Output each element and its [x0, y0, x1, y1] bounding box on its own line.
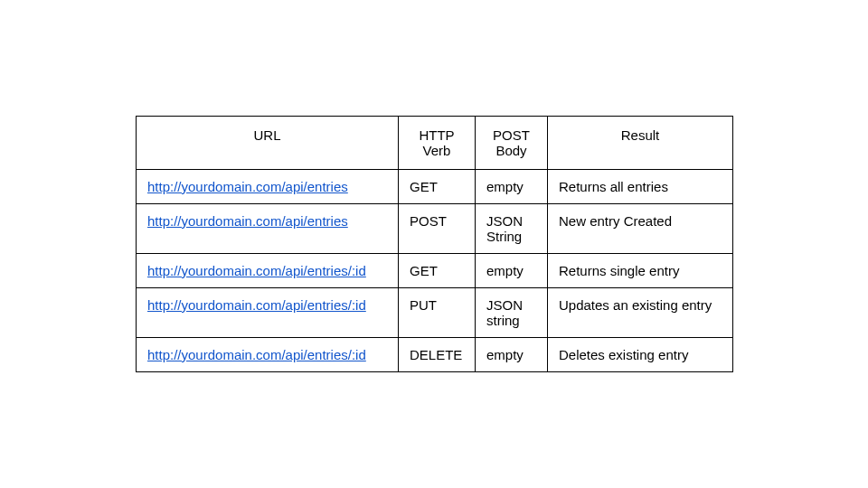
cell-url: http://yourdomain.com/api/entries [137, 170, 399, 204]
cell-result: Updates an existing entry [548, 288, 733, 338]
url-link[interactable]: http://yourdomain.com/api/entries/:id [147, 347, 366, 362]
header-result: Result [548, 117, 733, 170]
url-link[interactable]: http://yourdomain.com/api/entries/:id [147, 263, 366, 278]
cell-body: JSON string [476, 288, 548, 338]
table-row: http://yourdomain.com/api/entries/:id DE… [137, 338, 733, 372]
table-row: http://yourdomain.com/api/entries/:id GE… [137, 254, 733, 288]
table-row: http://yourdomain.com/api/entries POST J… [137, 204, 733, 254]
table-row: http://yourdomain.com/api/entries/:id PU… [137, 288, 733, 338]
cell-verb: GET [399, 170, 476, 204]
cell-url: http://yourdomain.com/api/entries [137, 204, 399, 254]
cell-result: New entry Created [548, 204, 733, 254]
header-verb: HTTP Verb [399, 117, 476, 170]
cell-body: JSON String [476, 204, 548, 254]
api-table-container: URL HTTP Verb POST Body Result http://yo… [136, 116, 732, 372]
cell-verb: GET [399, 254, 476, 288]
cell-result: Returns all entries [548, 170, 733, 204]
url-link[interactable]: http://yourdomain.com/api/entries/:id [147, 297, 366, 313]
cell-verb: DELETE [399, 338, 476, 372]
api-endpoints-table: URL HTTP Verb POST Body Result http://yo… [136, 116, 733, 372]
cell-result: Deletes existing entry [548, 338, 733, 372]
url-link[interactable]: http://yourdomain.com/api/entries [147, 213, 348, 229]
cell-verb: POST [399, 204, 476, 254]
header-url: URL [137, 117, 399, 170]
cell-url: http://yourdomain.com/api/entries/:id [137, 288, 399, 338]
cell-verb: PUT [399, 288, 476, 338]
cell-url: http://yourdomain.com/api/entries/:id [137, 338, 399, 372]
table-row: http://yourdomain.com/api/entries GET em… [137, 170, 733, 204]
cell-url: http://yourdomain.com/api/entries/:id [137, 254, 399, 288]
cell-body: empty [476, 338, 548, 372]
cell-body: empty [476, 254, 548, 288]
cell-body: empty [476, 170, 548, 204]
table-header-row: URL HTTP Verb POST Body Result [137, 117, 733, 170]
url-link[interactable]: http://yourdomain.com/api/entries [147, 179, 348, 194]
cell-result: Returns single entry [548, 254, 733, 288]
header-body: POST Body [476, 117, 548, 170]
